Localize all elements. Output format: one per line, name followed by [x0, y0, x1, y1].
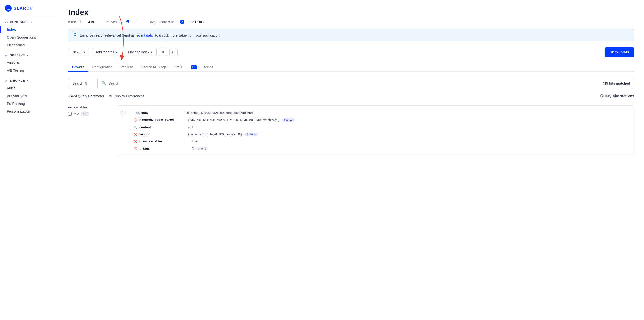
field-row-tags: 🚫 🏷 tags [] 0 items: [134, 145, 629, 152]
svg-point-0: [7, 7, 9, 9]
logo-text: SEARCH: [14, 6, 33, 11]
props-badge-weight: 3 props: [245, 133, 258, 136]
tag-icon-nv: 🏷: [138, 140, 141, 143]
sidebar-item-index[interactable]: Index: [0, 26, 58, 33]
field-row-content: 🔍 content null: [134, 124, 629, 131]
logo: SEARCH: [0, 2, 58, 16]
enhance-icon: ↗: [5, 79, 8, 83]
new-button[interactable]: New... ▾: [68, 48, 89, 56]
database-icon: 🗄: [126, 20, 129, 24]
observe-section-header[interactable]: ∿ OBSERVE ▾: [0, 51, 58, 59]
enhance-section-header[interactable]: ↗ ENHANCE ▾: [0, 76, 58, 84]
chevron-down-icon-add: ▾: [116, 50, 117, 54]
stats-row: # records 419 · # events 🗄 0 · avg. reco…: [68, 20, 634, 24]
query-alternatives-label: Query alternatives: [600, 94, 634, 98]
records-stat-value: 419: [88, 20, 94, 24]
hits-matched: 415 hits matched: [598, 79, 634, 88]
refresh-icon: ↻: [172, 50, 175, 54]
banner-text-after: to unlock more value from your applicati…: [155, 33, 220, 37]
search-magnifier-icon: 🔍: [102, 81, 106, 86]
refresh-button[interactable]: ↻: [169, 48, 178, 56]
chevron-updown-icon: ⇅: [84, 81, 88, 85]
enhance-label: ENHANCE: [10, 79, 25, 82]
show-hints-button[interactable]: Show hints: [604, 47, 634, 57]
add-query-param-button[interactable]: + Add Query Parameter: [68, 93, 104, 99]
observe-label: OBSERVE: [10, 54, 25, 57]
facet-checkbox-true[interactable]: [68, 112, 72, 116]
search-icon-field: 🔍: [134, 126, 137, 129]
main-content: Index # records 419 · # events 🗄 0 · avg…: [58, 0, 644, 320]
configure-section-header[interactable]: ⚙ CONFIGURE ▾: [0, 18, 58, 26]
avg-size-label: avg. record size: [150, 20, 174, 24]
facet-badge-true: 419: [81, 112, 89, 116]
records-stat-label: # records: [68, 20, 82, 24]
sidebar-item-personalization[interactable]: Personalization: [0, 108, 58, 115]
field-row-weight: 🚫 weight { page_rank: 0, level: 100, pos…: [134, 131, 629, 138]
gear-icon: ⚙: [5, 20, 8, 24]
chevron-down-icon-manage: ▾: [151, 50, 152, 54]
facet-item: true 419: [68, 111, 117, 117]
sidebar-item-dictionaries[interactable]: Dictionaries: [0, 41, 58, 49]
add-records-button[interactable]: Add records ▾: [92, 48, 121, 56]
check-circle-icon: ✓: [180, 20, 184, 24]
record-fields: objectID "c53726c015070588a2bc59958813a8…: [129, 106, 634, 156]
search-input-area: 🔍: [98, 78, 598, 89]
sidebar-item-analytics[interactable]: Analytics: [0, 59, 58, 67]
configure-label: CONFIGURE: [10, 21, 29, 24]
sidebar-item-re-ranking[interactable]: Re-Ranking: [0, 100, 58, 108]
tab-badge: UI: [191, 65, 197, 69]
activity-icon: ∿: [5, 53, 8, 57]
field-row-hierarchy: 🚫 hierarchy_radio_camel { lvl5: null, lv…: [134, 116, 629, 124]
events-stat-value: 0: [136, 20, 138, 24]
eye-icon: 👁: [109, 94, 112, 98]
record-index: 1: [120, 109, 126, 115]
event-data-banner: 🗄 Enhance search relevance! Send us even…: [68, 29, 634, 42]
tab-ui-demos[interactable]: UI UI Demos: [186, 63, 217, 72]
facets-panel: no_variables true 419: [68, 105, 117, 156]
sidebar-item-rules[interactable]: Rules: [0, 84, 58, 92]
manage-index-button[interactable]: Manage index ▾: [124, 48, 156, 56]
search-row: Search ⇅ 🔍 415 hits matched: [68, 78, 634, 89]
eye-off-icon-nv: 🚫: [134, 140, 137, 143]
tab-browse[interactable]: Browse: [68, 63, 88, 72]
eye-off-icon-tags: 🚫: [134, 147, 137, 150]
search-type-selector[interactable]: Search ⇅: [68, 79, 98, 88]
search-input[interactable]: [108, 81, 594, 85]
query-params-row: + Add Query Parameter 👁 Display Preferen…: [68, 93, 634, 99]
tab-configuration[interactable]: Configuration: [88, 63, 116, 72]
display-preferences-button[interactable]: 👁 Display Preferences: [109, 94, 144, 98]
sidebar: SEARCH ⚙ CONFIGURE ▾ Index Query Suggest…: [0, 0, 58, 320]
banner-text-before: Enhance search relevance! Send us: [80, 33, 134, 37]
svg-line-1: [9, 9, 10, 10]
field-row-objectid: objectID "c53726c015070588a2bc59958813a8…: [134, 109, 629, 116]
eye-off-icon: 🚫: [134, 118, 137, 122]
chevron-down-icon-observe: ▾: [27, 54, 28, 57]
events-stat-label: # events: [107, 20, 120, 24]
tab-stats[interactable]: Stats: [170, 63, 186, 72]
chevron-down-icon-enhance: ▾: [27, 80, 28, 82]
chevron-down-icon-new: ▾: [83, 50, 85, 54]
record-number: 1: [117, 106, 129, 156]
sidebar-item-ai-synonyms[interactable]: AI Synonyms: [0, 92, 58, 100]
tag-icon-tags: 🏷: [138, 147, 141, 150]
search-type-label: Search: [72, 81, 83, 85]
page-title: Index: [68, 8, 634, 17]
toolbar: New... ▾ Add records ▾ Manage index ▾ ⧉ …: [68, 47, 634, 57]
tab-search-api-logs[interactable]: Search API Logs: [137, 63, 170, 72]
content-tabs: Browse Configuration Replicas Search API…: [68, 63, 634, 72]
field-row-no-variables: 🚫 🏷 no_variables true: [134, 138, 629, 145]
chevron-down-icon: ▾: [31, 21, 32, 24]
items-badge-tags: 0 items: [196, 146, 208, 150]
tab-replicas[interactable]: Replicas: [116, 63, 137, 72]
sidebar-item-query-suggestions[interactable]: Query Suggestions: [0, 33, 58, 41]
banner-event-link[interactable]: event data: [137, 33, 153, 37]
facet-group-title: no_variables: [68, 105, 117, 109]
props-badge-hierarchy: 6 props: [282, 118, 295, 122]
logo-icon: [5, 5, 12, 12]
copy-icon: ⧉: [162, 50, 164, 54]
copy-button[interactable]: ⧉: [159, 48, 167, 56]
avg-size-value: 861.95B: [191, 20, 204, 24]
results-layout: no_variables true 419 1: [68, 105, 634, 156]
table-row: 1 objectID "c53726c015070588a2bc59958813…: [117, 106, 634, 156]
sidebar-item-ab-testing[interactable]: A/B Testing: [0, 67, 58, 74]
